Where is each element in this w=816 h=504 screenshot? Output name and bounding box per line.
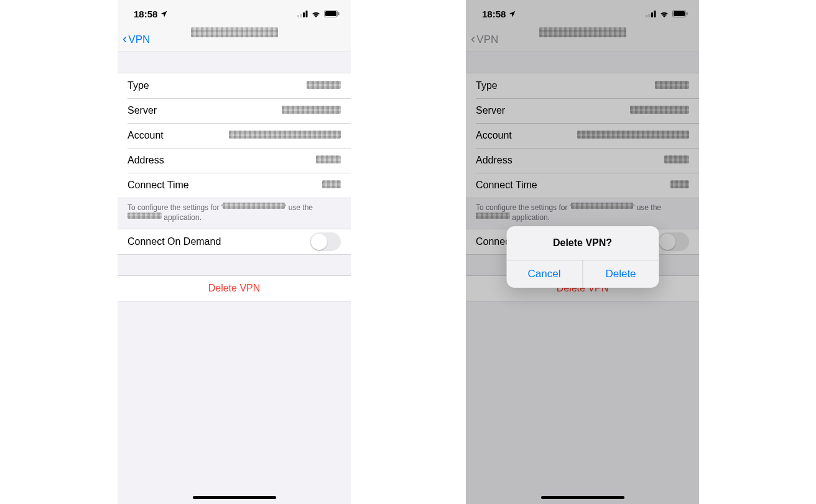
row-type: Type ██████ bbox=[118, 73, 351, 98]
configure-note: To configure the settings for '█████████… bbox=[118, 198, 351, 229]
delete-vpn-button[interactable]: Delete VPN bbox=[118, 276, 351, 301]
vpn-details-group: Type ██████ Server ██████████ Account ██… bbox=[118, 73, 351, 198]
row-server: Server ██████████ bbox=[118, 98, 351, 123]
status-bar: 18:58 bbox=[118, 0, 351, 27]
delete-vpn-group: Delete VPN bbox=[118, 275, 351, 301]
row-connect-time: Connect Time ████ bbox=[118, 173, 351, 198]
vpn-details-group: Type ██████ Server ██████████ Account ██… bbox=[466, 73, 699, 198]
row-connect-on-demand-label: Connect On Demand bbox=[128, 236, 221, 247]
delete-vpn-alert: Delete VPN? Cancel Delete bbox=[506, 226, 659, 288]
row-type-label: Type bbox=[128, 80, 149, 91]
row-connect-time: Connect Time ████ bbox=[466, 173, 699, 198]
battery-icon bbox=[672, 10, 688, 17]
wifi-icon bbox=[311, 10, 321, 17]
location-arrow-icon bbox=[160, 10, 168, 18]
row-account-value: ████████████████ bbox=[229, 131, 341, 139]
chevron-left-icon: ‹ bbox=[123, 32, 127, 46]
row-account: Account ████████████████ bbox=[118, 123, 351, 148]
svg-rect-0 bbox=[297, 15, 299, 17]
row-server-label: Server bbox=[128, 105, 157, 116]
nav-title: ██████ ██████ bbox=[539, 27, 626, 52]
row-type: Type ██████ bbox=[466, 73, 699, 98]
cellular-icon bbox=[297, 11, 308, 17]
alert-title: Delete VPN? bbox=[506, 226, 659, 260]
svg-rect-9 bbox=[651, 12, 653, 17]
phone-screenshot-normal: 18:58 bbox=[118, 0, 351, 504]
battery-icon bbox=[324, 10, 340, 17]
nav-bar: ‹ VPN ██████ ██████ bbox=[466, 27, 699, 52]
row-address: Address █████ bbox=[466, 148, 699, 173]
row-server: Server ██████████ bbox=[466, 98, 699, 123]
connect-on-demand-group: Connect On Demand bbox=[118, 229, 351, 255]
svg-rect-2 bbox=[303, 12, 305, 17]
configure-note: To configure the settings for '█████████… bbox=[466, 198, 699, 229]
svg-rect-7 bbox=[646, 15, 647, 17]
connect-on-demand-toggle[interactable] bbox=[310, 232, 341, 251]
nav-back-button[interactable]: ‹ VPN bbox=[123, 34, 150, 46]
cellular-icon bbox=[646, 11, 656, 17]
location-arrow-icon bbox=[508, 10, 516, 18]
connect-on-demand-toggle[interactable] bbox=[658, 232, 689, 251]
svg-rect-13 bbox=[687, 12, 688, 16]
nav-back-button[interactable]: ‹ VPN bbox=[471, 34, 498, 46]
phone-screenshot-alert: 18:58 bbox=[466, 0, 699, 504]
row-account-label: Account bbox=[128, 130, 164, 141]
svg-rect-8 bbox=[649, 14, 651, 17]
svg-rect-12 bbox=[674, 11, 685, 16]
alert-cancel-button[interactable]: Cancel bbox=[506, 260, 582, 288]
svg-rect-1 bbox=[300, 14, 302, 17]
svg-rect-6 bbox=[338, 12, 340, 16]
home-indicator[interactable] bbox=[193, 496, 276, 499]
row-connect-time-label: Connect Time bbox=[128, 180, 189, 191]
row-type-value: ██████ bbox=[307, 81, 341, 89]
status-time: 18:58 bbox=[134, 9, 157, 19]
row-account: Account ████████████████ bbox=[466, 123, 699, 148]
alert-delete-button[interactable]: Delete bbox=[582, 260, 659, 288]
nav-back-label: VPN bbox=[476, 34, 498, 46]
row-connect-time-value: ████ bbox=[322, 180, 341, 188]
row-connect-on-demand[interactable]: Connect On Demand bbox=[118, 229, 351, 254]
home-indicator[interactable] bbox=[541, 496, 624, 499]
chevron-left-icon: ‹ bbox=[471, 32, 475, 46]
nav-back-label: VPN bbox=[128, 34, 150, 46]
nav-bar: ‹ VPN ██████ ██████ bbox=[118, 27, 351, 52]
svg-rect-3 bbox=[306, 11, 308, 17]
wifi-icon bbox=[659, 10, 669, 17]
svg-rect-10 bbox=[654, 11, 656, 17]
row-address-value: █████ bbox=[316, 155, 341, 163]
row-address: Address █████ bbox=[118, 148, 351, 173]
row-server-value: ██████████ bbox=[282, 106, 341, 114]
status-time: 18:58 bbox=[482, 9, 506, 19]
status-bar: 18:58 bbox=[466, 0, 699, 27]
svg-rect-5 bbox=[325, 11, 336, 16]
nav-title: ██████ ██████ bbox=[191, 27, 278, 52]
row-address-label: Address bbox=[128, 155, 164, 166]
